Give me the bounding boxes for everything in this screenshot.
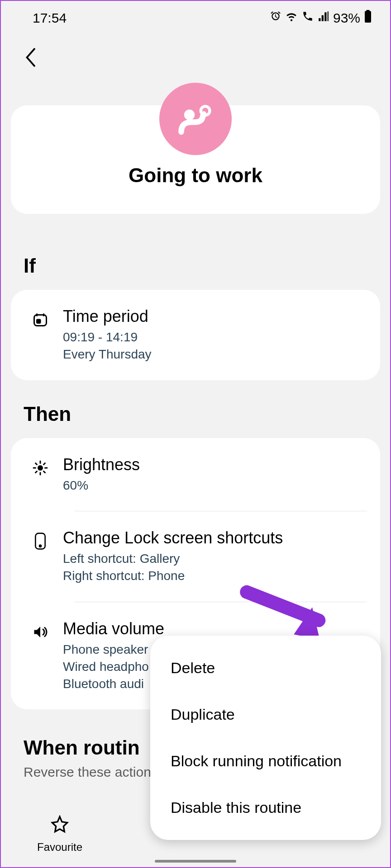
- routine-header: Going to work: [1, 83, 390, 232]
- svg-point-3: [201, 106, 210, 115]
- routine-icon: [159, 83, 232, 155]
- svg-line-14: [44, 463, 45, 464]
- alarm-icon: [270, 10, 281, 25]
- favourite-button[interactable]: Favourite: [37, 815, 82, 854]
- calendar-icon: [31, 311, 49, 329]
- svg-point-16: [39, 545, 41, 547]
- brightness-item[interactable]: Brightness 60%: [11, 438, 380, 511]
- menu-duplicate[interactable]: Duplicate: [150, 691, 381, 738]
- time-period-time: 09:19 - 14:19: [63, 329, 367, 346]
- svg-line-12: [44, 471, 45, 472]
- battery-icon: [364, 10, 372, 26]
- time-period-title: Time period: [63, 307, 367, 326]
- volume-icon: [31, 623, 49, 641]
- svg-rect-1: [367, 10, 370, 12]
- status-time: 17:54: [33, 10, 67, 26]
- status-bar: 17:54 93%: [1, 1, 390, 30]
- time-period-repeat: Every Thursday: [63, 346, 367, 363]
- back-button[interactable]: [1, 30, 390, 83]
- menu-disable-routine[interactable]: Disable this routine: [150, 784, 381, 831]
- lockscreen-right: Right shortcut: Phone: [63, 567, 367, 585]
- lockscreen-item[interactable]: Change Lock screen shortcuts Left shortc…: [11, 511, 380, 602]
- brightness-value: 60%: [63, 477, 367, 494]
- brightness-title: Brightness: [63, 455, 367, 474]
- menu-delete[interactable]: Delete: [150, 645, 381, 691]
- svg-line-11: [36, 463, 37, 464]
- if-card: Time period 09:19 - 14:19 Every Thursday: [11, 290, 380, 380]
- svg-rect-5: [37, 320, 41, 323]
- then-label: Then: [1, 380, 390, 438]
- svg-line-13: [36, 471, 37, 472]
- svg-rect-0: [365, 11, 371, 23]
- phone-icon: [31, 532, 49, 550]
- lockscreen-left: Left shortcut: Gallery: [63, 550, 367, 567]
- brightness-icon: [31, 459, 49, 477]
- time-period-item[interactable]: Time period 09:19 - 14:19 Every Thursday: [11, 290, 380, 380]
- battery-percent: 93%: [333, 10, 360, 26]
- status-icons: 93%: [270, 10, 372, 26]
- context-menu: Delete Duplicate Block running notificat…: [150, 636, 381, 840]
- wifi-icon: [285, 10, 298, 25]
- svg-point-2: [184, 109, 195, 120]
- commute-person-icon: [175, 99, 216, 139]
- signal-icon: [318, 10, 329, 25]
- lockscreen-title: Change Lock screen shortcuts: [63, 528, 367, 547]
- svg-point-6: [38, 465, 43, 471]
- star-icon: [51, 815, 69, 837]
- menu-block-notification[interactable]: Block running notification: [150, 738, 381, 784]
- if-label: If: [1, 232, 390, 290]
- nav-indicator: [155, 860, 236, 863]
- phone-call-icon: [301, 10, 314, 25]
- chevron-left-icon: [24, 49, 37, 73]
- routine-title: Going to work: [29, 164, 362, 187]
- favourite-label: Favourite: [37, 841, 82, 854]
